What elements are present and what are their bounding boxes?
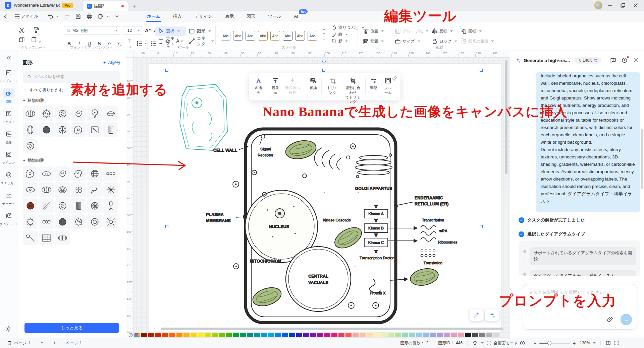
- color-swatch[interactable]: [176, 333, 182, 337]
- color-swatch[interactable]: [162, 333, 168, 337]
- toolbar-replaceimg-button[interactable]: 置換: [307, 76, 319, 91]
- reading-mode-button[interactable]: [604, 340, 612, 346]
- save-button[interactable]: [72, 13, 84, 20]
- sidebar-item-widget[interactable]: ウィジェット: [1, 211, 17, 226]
- print-button[interactable]: [84, 13, 95, 20]
- color-swatch[interactable]: [169, 333, 175, 337]
- shape-thumbnail[interactable]: [103, 106, 118, 121]
- copy-button[interactable]: [18, 36, 25, 44]
- color-swatch[interactable]: [381, 333, 387, 337]
- color-swatch[interactable]: [148, 333, 154, 337]
- color-swatch[interactable]: [458, 333, 464, 337]
- color-swatch[interactable]: [233, 333, 239, 337]
- sidebar-item-textbox[interactable]: テキスト: [1, 109, 17, 124]
- layers-button[interactable]: [471, 340, 485, 346]
- toolbar-crop-button[interactable]: トリミング: [323, 76, 341, 96]
- send-button[interactable]: →: [621, 314, 632, 325]
- color-swatch[interactable]: [155, 333, 161, 337]
- new-chat-icon[interactable]: [610, 57, 616, 64]
- color-swatch[interactable]: [395, 333, 401, 337]
- tab-ai[interactable]: AIhot: [293, 11, 299, 21]
- sidebar-item-template[interactable]: テンプレート: [1, 68, 17, 83]
- color-swatch[interactable]: [416, 333, 422, 337]
- font-family-select[interactable]: MS 明朝: [64, 26, 120, 35]
- fit-screen-button[interactable]: [612, 340, 621, 346]
- toolbar-cropshape-button[interactable]: 図形に合わせ てトリミング: [342, 76, 363, 105]
- sidebar-item-image[interactable]: 画像: [1, 129, 17, 145]
- color-swatch[interactable]: [317, 333, 323, 337]
- style-swatch[interactable]: Abc: [233, 31, 243, 41]
- toolbar-ai-button[interactable]: AI描画: [252, 76, 265, 96]
- color-swatch[interactable]: [493, 333, 499, 337]
- shape-thumbnail[interactable]: [103, 182, 118, 197]
- style-dialog-launcher[interactable]: ⌟: [376, 46, 378, 49]
- sidebar-item-chart[interactable]: チャート: [1, 190, 17, 206]
- flip-button[interactable]: 反転: [431, 28, 460, 34]
- history-icon[interactable]: [621, 57, 628, 64]
- color-swatch[interactable]: [444, 333, 450, 337]
- shape-thumbnail[interactable]: [87, 214, 102, 229]
- undo-button[interactable]: [45, 13, 61, 20]
- color-swatch[interactable]: [219, 333, 225, 337]
- color-swatch[interactable]: [423, 333, 429, 337]
- style-scroll-down[interactable]: ▼: [323, 32, 325, 36]
- color-swatch[interactable]: [430, 333, 436, 337]
- color-swatch[interactable]: [374, 333, 380, 337]
- color-swatch[interactable]: [310, 333, 316, 337]
- settings-button[interactable]: [5, 326, 12, 334]
- color-swatch[interactable]: [303, 333, 309, 337]
- shape-thumbnail[interactable]: [55, 182, 70, 197]
- new-tab-button[interactable]: +: [130, 2, 139, 11]
- shape-thumbnail[interactable]: [71, 106, 86, 121]
- color-swatch[interactable]: [360, 333, 366, 337]
- sidebar-item-sticker[interactable]: ステッカー: [1, 170, 17, 186]
- attach-icon[interactable]: [607, 316, 613, 323]
- shape-thumbnail[interactable]: [71, 122, 86, 137]
- shape-thumbnail[interactable]: [23, 122, 38, 137]
- resize-handle-w[interactable]: [165, 225, 168, 228]
- shape-thumbnail[interactable]: [23, 230, 38, 245]
- shape-thumbnail[interactable]: [55, 214, 70, 229]
- color-swatch[interactable]: [183, 333, 190, 337]
- tab-insert[interactable]: 挿入: [172, 11, 182, 22]
- font-size-select[interactable]: 12: [123, 26, 142, 35]
- style-swatch[interactable]: Abc: [283, 31, 292, 41]
- ai-magic-wand-button[interactable]: [470, 309, 484, 321]
- increase-font-button[interactable]: A⁺: [145, 27, 151, 33]
- multi-color-swatch[interactable]: [134, 333, 140, 337]
- rotate-button[interactable]: 回転: [460, 28, 492, 34]
- toolbar-adjust-button[interactable]: 調整: [368, 76, 380, 91]
- shape-thumbnail[interactable]: [103, 214, 118, 229]
- shape-thumbnail[interactable]: [71, 182, 86, 197]
- shape-thumbnail[interactable]: [71, 198, 86, 213]
- ai-sparkles-button[interactable]: [485, 309, 499, 321]
- shape-thumbnail[interactable]: [71, 214, 86, 229]
- sidebar-item-shapes2[interactable]: 図形: [1, 88, 17, 104]
- shape-thumbnail[interactable]: [55, 198, 70, 213]
- shape-thumbnail[interactable]: [87, 106, 102, 121]
- rotate-handle-small[interactable]: [323, 65, 325, 67]
- shape-thumbnail[interactable]: [23, 214, 38, 229]
- page-tab[interactable]: ページ-1: [65, 340, 83, 346]
- color-swatch[interactable]: [451, 333, 457, 337]
- color-swatch[interactable]: [324, 333, 330, 337]
- shape-thumbnail[interactable]: [103, 122, 118, 137]
- size-button[interactable]: サイズ: [394, 38, 431, 45]
- add-page-button[interactable]: +: [52, 340, 57, 346]
- color-swatch[interactable]: [191, 333, 197, 337]
- shape-thumbnail[interactable]: [23, 198, 38, 213]
- back-button[interactable]: [0, 13, 11, 20]
- export-button[interactable]: [95, 13, 111, 20]
- arrange-dialog-launcher[interactable]: ⌟: [493, 46, 494, 49]
- connector-tool-button[interactable]: コネクタ: [186, 34, 217, 48]
- color-swatch[interactable]: [409, 333, 415, 337]
- shape-thumbnail[interactable]: [87, 182, 102, 197]
- color-swatch[interactable]: [212, 333, 218, 337]
- close-panel-icon[interactable]: [633, 57, 639, 64]
- color-swatch[interactable]: [331, 333, 337, 337]
- zoom-knob[interactable]: [547, 341, 551, 345]
- color-swatch[interactable]: [367, 333, 373, 337]
- color-swatch[interactable]: [240, 333, 246, 337]
- color-swatch[interactable]: [198, 333, 204, 337]
- style-swatch[interactable]: Abc: [270, 31, 280, 41]
